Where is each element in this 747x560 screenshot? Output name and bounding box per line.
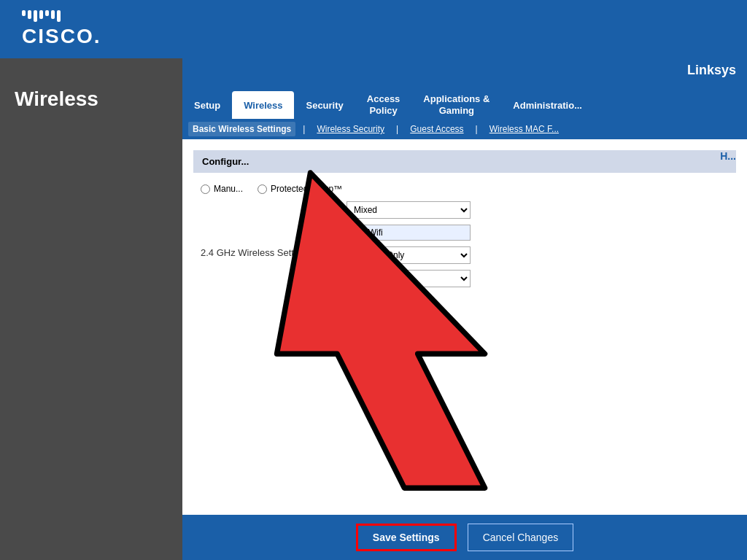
save-settings-button[interactable]: Save Settings bbox=[356, 524, 457, 551]
sep1: | bbox=[303, 124, 305, 134]
brand-bar: Linksys bbox=[182, 58, 747, 82]
tab-administration[interactable]: Administratio... bbox=[501, 91, 594, 119]
config-mode-radio-row: Manu... Protected Setup™ bbox=[193, 184, 736, 194]
radio-manual[interactable]: Manu... bbox=[201, 184, 243, 194]
tab-applications-gaming[interactable]: Applications &Gaming bbox=[411, 91, 501, 119]
sep2: | bbox=[396, 124, 398, 134]
main-wrapper: Wireless Linksys Setup Wireless Security… bbox=[0, 58, 747, 560]
radio-enabled[interactable] bbox=[347, 294, 356, 303]
radio-protected-input[interactable] bbox=[258, 184, 267, 194]
tab-setup[interactable]: Setup bbox=[182, 91, 232, 119]
subtab-wireless-security[interactable]: Wireless Security bbox=[312, 122, 389, 136]
tab-wireless[interactable]: Wireless bbox=[232, 91, 294, 119]
ssid-input[interactable] bbox=[347, 225, 471, 241]
cancel-changes-button[interactable]: Cancel Changes bbox=[468, 524, 574, 551]
cisco-logo: CISCO. bbox=[22, 10, 101, 48]
subtab-guest-access[interactable]: Guest Access bbox=[406, 122, 468, 136]
radio-disabled[interactable] bbox=[384, 294, 394, 303]
sep3: | bbox=[476, 124, 478, 134]
section-24ghz-row: 2.4 GHz Wireless Setting... Mixed Wirele… bbox=[193, 201, 736, 303]
content-area: Linksys Setup Wireless Security AccessPo… bbox=[182, 58, 747, 560]
radio-protected[interactable]: Protected Setup™ bbox=[258, 184, 342, 194]
channel-select[interactable]: Auto 1 6 bbox=[347, 270, 471, 287]
tab-security[interactable]: Security bbox=[294, 91, 355, 119]
bottom-bar: Save Settings Cancel Changes bbox=[182, 515, 747, 560]
disabled-label: Disabled bbox=[398, 293, 432, 303]
help-link[interactable]: H... bbox=[720, 150, 736, 162]
page-body: Configur... Manu... Protected Setup™ 2.4… bbox=[182, 139, 747, 515]
radio-manual-label: Manu... bbox=[214, 184, 243, 194]
sub-tabs: Basic Wireless Settings | Wireless Secur… bbox=[182, 119, 747, 139]
section-24ghz-label: 2.4 GHz Wireless Setting... bbox=[201, 247, 347, 258]
network-mode-select[interactable]: Mixed Wireless-B Only Wireless-G Only Wi… bbox=[347, 201, 471, 219]
cisco-header: CISCO. bbox=[0, 0, 747, 58]
config-title: Configur... bbox=[202, 156, 249, 167]
radio-manual-input[interactable] bbox=[201, 184, 210, 194]
settings-controls-24ghz: Mixed Wireless-B Only Wireless-G Only Wi… bbox=[347, 201, 471, 303]
config-section: Configur... bbox=[193, 150, 736, 173]
subtab-wireless-mac[interactable]: Wireless MAC F... bbox=[485, 122, 563, 136]
sidebar: Wireless bbox=[0, 58, 182, 560]
enabled-label: abled bbox=[360, 293, 381, 303]
radio-protected-label: Protected Setup™ bbox=[271, 184, 342, 194]
arrow-overlay bbox=[182, 139, 747, 515]
tab-access-policy[interactable]: AccessPolicy bbox=[355, 91, 412, 119]
sidebar-title: Wireless bbox=[0, 58, 182, 125]
channel-width-select[interactable]: 20 MHz Only 40 MHz Only Auto bbox=[347, 246, 471, 264]
nav-tabs: Setup Wireless Security AccessPolicy App… bbox=[182, 82, 747, 119]
subtab-basic-wireless[interactable]: Basic Wireless Settings bbox=[188, 122, 295, 136]
ssid-broadcast-row: abled Disabled bbox=[347, 293, 471, 303]
cisco-wordmark: CISCO. bbox=[22, 25, 101, 47]
